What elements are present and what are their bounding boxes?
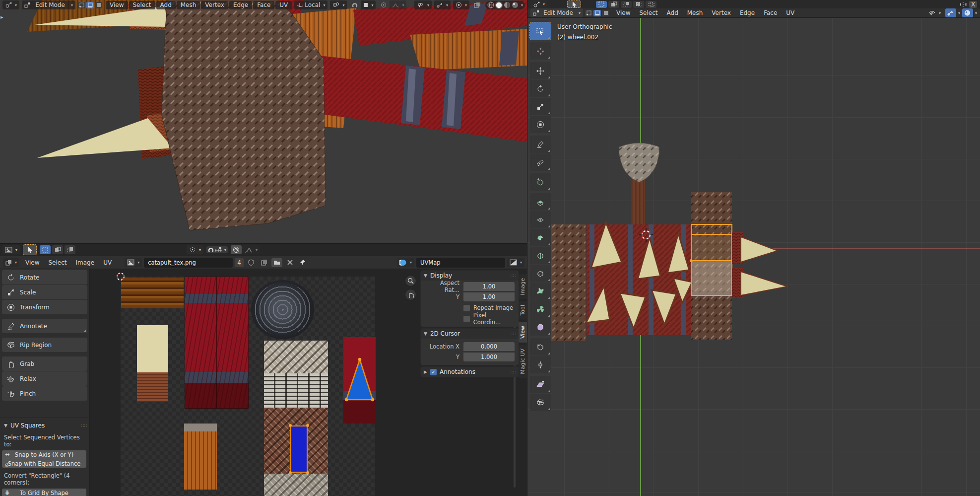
caret[interactable]: ▾	[975, 11, 977, 15]
right-mode-dropdown[interactable]: Edit Mode ▾	[530, 8, 583, 17]
tool-rotate[interactable]	[530, 80, 551, 97]
select-mode-subtract-icon[interactable]	[621, 1, 632, 8]
panel-grip[interactable]: ∷∷	[510, 369, 516, 375]
tool-transform[interactable]	[530, 116, 551, 133]
tool-measure[interactable]	[530, 153, 551, 171]
unlink-image-icon[interactable]	[284, 258, 295, 267]
tool-annotate[interactable]: Annotate	[2, 319, 87, 333]
open-image-folder-icon[interactable]	[271, 258, 282, 267]
caret[interactable]: ▾	[958, 11, 960, 15]
gizmos-dropdown[interactable]: ▾	[434, 0, 451, 9]
uv-active-tool-select[interactable]	[23, 244, 37, 255]
image-browse-dropdown[interactable]: ▾	[125, 258, 142, 267]
aspect-y-field[interactable]: 1.00	[463, 292, 515, 301]
select-mode-extend-icon[interactable]	[52, 245, 63, 254]
menu-uv[interactable]: UV	[782, 9, 798, 17]
mode-dropdown[interactable]: Edit Mode ▾	[22, 0, 75, 9]
uv-editor[interactable]: ▾ ▾ ▾ ▾ ▾ ViewSelectImageUV	[0, 244, 527, 496]
menu-select[interactable]: Select	[45, 258, 71, 267]
face-select-icon[interactable]	[602, 10, 609, 16]
tool-loop-cut[interactable]	[530, 247, 551, 264]
select-mode-set-icon[interactable]	[40, 245, 51, 254]
editor-type-dropdown[interactable]: ▾	[2, 0, 19, 9]
tool-transform[interactable]: Transform	[2, 300, 87, 314]
uvmap-select-dropdown[interactable]: ▾	[397, 258, 414, 267]
sidebar-tab-tool[interactable]: Tool	[519, 301, 527, 319]
tool-shear[interactable]	[530, 376, 551, 393]
uv-falloff-dropdown[interactable]: ▾	[242, 245, 260, 254]
uv-pan-button[interactable]	[405, 289, 416, 300]
select-mode-set-icon[interactable]	[596, 1, 607, 8]
shading-material-icon[interactable]	[504, 1, 511, 8]
mirror-x-toggle[interactable]: X	[969, 1, 977, 8]
uv-snap-increment-icon[interactable]	[214, 247, 222, 253]
overlays-dropdown[interactable]: ▾	[453, 0, 469, 9]
tool-pinch[interactable]: Pinch	[2, 386, 87, 401]
pin-icon[interactable]	[297, 258, 308, 267]
pixel-coordinates-checkbox[interactable]	[463, 316, 470, 322]
uvmap-name-field[interactable]: UVMap	[416, 258, 505, 268]
select-mode-intersect-icon[interactable]	[646, 1, 656, 8]
select-mode-extend-icon[interactable]	[608, 1, 619, 8]
menu-select[interactable]: Select	[129, 1, 155, 9]
menu-vertex[interactable]: Vertex	[708, 9, 735, 17]
uv-editor-type-dropdown[interactable]: ▾	[2, 245, 20, 254]
tool-cursor-3d[interactable]	[530, 42, 551, 60]
menu-face[interactable]: Face	[760, 9, 781, 17]
face-select-icon[interactable]	[95, 2, 102, 8]
menu-view[interactable]: View	[21, 258, 43, 267]
tool-grab[interactable]: Grab	[2, 356, 87, 371]
shading-solid-icon[interactable]	[495, 1, 503, 9]
sidebar-tab-view[interactable]: View	[519, 322, 527, 343]
right-editor-type-dropdown[interactable]: ▾	[530, 0, 547, 9]
cursor-x-field[interactable]: 0.000	[463, 342, 515, 351]
gizmo-toggle-icon[interactable]	[945, 8, 956, 17]
tool-edge-slide[interactable]	[530, 338, 551, 355]
active-selected-face[interactable]	[691, 261, 732, 295]
toolbar-expand-arrow[interactable]: ▸	[0, 14, 3, 20]
image-users-count[interactable]: 4	[235, 258, 244, 267]
tool-scale[interactable]	[530, 98, 551, 115]
sidebar-tab-image[interactable]: Image	[519, 274, 527, 299]
tool-shrink-fatten[interactable]	[530, 356, 551, 373]
sticky-selection-dropdown[interactable]: ▾	[3, 258, 19, 267]
tool-poly-build[interactable]	[530, 283, 551, 300]
menu-view[interactable]: View	[106, 1, 128, 9]
snap-to-axis-button[interactable]: ↔Snap to Axis (X or Y)	[2, 450, 86, 459]
tool-bevel[interactable]	[530, 229, 551, 246]
menu-vertex[interactable]: Vertex	[201, 1, 228, 9]
menu-add[interactable]: Add	[156, 1, 176, 9]
menu-select[interactable]: Select	[635, 9, 661, 17]
image-name-field[interactable]: catapult_tex.png	[144, 258, 233, 268]
uv-canvas[interactable]: ▼ Display ∷∷ Aspect Rat...1.00 Y1.00 Rep…	[90, 269, 527, 496]
cursor-2d-panel-header[interactable]: ▼ 2D Cursor ∷∷	[421, 329, 519, 339]
uv-zoom-button[interactable]	[405, 275, 416, 286]
menu-uv[interactable]: UV	[99, 258, 116, 267]
snap-target-dropdown[interactable]: ▾	[361, 0, 376, 9]
display-panel-header[interactable]: ▼ Display ∷∷	[421, 271, 519, 281]
uv-selected-rectangle[interactable]	[290, 425, 308, 473]
menu-add[interactable]: Add	[663, 9, 682, 17]
annotations-panel-header[interactable]: ▶ ✓ Annotations ∷∷	[421, 367, 519, 377]
edge-select-icon[interactable]	[593, 10, 601, 16]
tool-move[interactable]	[530, 62, 551, 79]
panel-grip[interactable]: ∷∷	[510, 331, 516, 337]
uv-squares-header[interactable]: ▼ UV Squares ∷∷	[2, 421, 87, 433]
edge-select-icon[interactable]	[86, 2, 94, 8]
uv-proportional-icon[interactable]	[231, 245, 242, 254]
overlays-toggle-icon[interactable]	[962, 8, 973, 17]
tool-knife[interactable]	[530, 265, 551, 282]
vertex-select-icon[interactable]	[78, 2, 85, 8]
uv-vertex-dot[interactable]	[306, 424, 309, 427]
annotations-checkbox[interactable]: ✓	[430, 369, 437, 375]
repeat-image-checkbox[interactable]	[463, 305, 470, 311]
fake-user-shield-icon[interactable]	[246, 258, 257, 267]
transform-orientation-dropdown[interactable]: Local ▾	[294, 0, 327, 9]
new-image-icon[interactable]	[259, 258, 269, 267]
tool-rip-region[interactable]: Rip Region	[2, 338, 87, 352]
tool-inset[interactable]	[530, 211, 551, 228]
snap-equal-distance-button[interactable]: Snap with Equal Distance	[2, 459, 86, 468]
menu-uv[interactable]: UV	[275, 1, 292, 9]
select-mode-subtract-icon[interactable]	[65, 245, 75, 254]
viewport-3d-left[interactable]: ▸ ▾ Edit Mode ▾ ViewSelectAddMeshVertexE…	[0, 0, 527, 244]
